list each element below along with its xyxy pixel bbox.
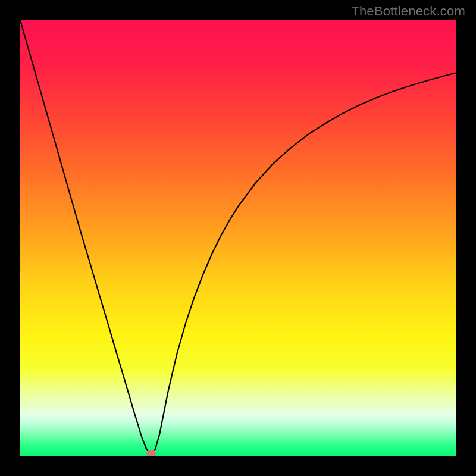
- chart-frame: TheBottleneck.com: [0, 0, 476, 476]
- watermark-text: TheBottleneck.com: [351, 4, 465, 19]
- curve-layer: [20, 20, 456, 456]
- plot-area: [20, 20, 456, 456]
- minimum-marker: [146, 450, 156, 456]
- bottleneck-curve: [20, 20, 456, 453]
